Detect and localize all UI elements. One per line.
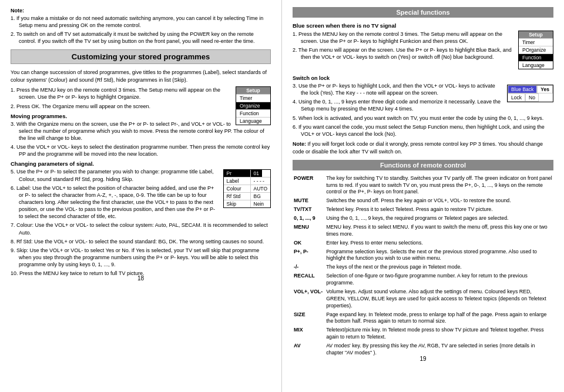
setup-item-function: Function — [519, 53, 553, 61]
right-note-section: Note: If you will forget lock code or di… — [293, 140, 553, 155]
customizing-header: Customizing your stored programmes — [11, 49, 271, 64]
prog-label-label: Label — [224, 177, 250, 185]
blueback-cell-no: No — [525, 93, 539, 102]
blueback-cell-lock: Lock — [508, 93, 525, 102]
function-desc: AV modes' key. By pressing this key the … — [325, 342, 553, 358]
moving-item-3: 3. With the Organize menu on the screen,… — [11, 120, 271, 142]
organize-item-function: Function — [236, 109, 270, 117]
function-desc: Enter key. Press to enter menu selection… — [325, 239, 553, 247]
setup-box: Setup Timer POrganize Function Language — [518, 31, 553, 69]
blueback-cell-blueback: Blue Back — [508, 85, 537, 93]
page-num-left: 18 — [137, 275, 144, 282]
function-key: RECALL — [293, 272, 325, 288]
right-note-label: Note: — [293, 141, 306, 147]
organize-item-timer: Timer — [236, 94, 270, 102]
function-key: OK — [293, 239, 325, 247]
prog-pr-val: 01 — [250, 170, 262, 177]
function-key: SIZE — [293, 310, 325, 326]
right-note-text: If you will forget lock code or dial it … — [293, 141, 543, 155]
function-key: VOL+, VOL- — [293, 287, 325, 310]
list-item-1: 1. Press the MENU key on the remote cont… — [11, 86, 271, 100]
switch-on-lock-label: Switch on lock — [293, 75, 553, 81]
prog-skip-val: Nein — [250, 200, 267, 207]
function-desc: Programme selection keys. Selects the ne… — [325, 247, 553, 263]
function-row: SIZEPage expand key. In Teletext mode, p… — [293, 310, 553, 326]
page-num-right: 19 — [419, 356, 426, 362]
function-desc: Page expand key. In Teletext mode, press… — [325, 310, 553, 326]
setup-item-porganize: POrganize — [519, 46, 553, 53]
function-key: MENU — [293, 223, 325, 239]
lock-item-5: 5. When lock is activated, and you want … — [293, 115, 553, 122]
organize-box: Setup Timer Organize Function Language — [236, 86, 271, 125]
blue-screen-list: 1. Press the MENU key on the remote cont… — [293, 31, 553, 61]
prog-label-val: - - - - — [250, 177, 267, 185]
function-key: TV/TXT — [293, 206, 325, 215]
list-item-2: 2. Press OK. The Organize menu will appe… — [11, 103, 271, 110]
function-key: AV — [293, 342, 325, 358]
organize-item-language: Language — [236, 117, 270, 125]
organize-item-organize: Organize — [236, 102, 270, 109]
switch-on-lock-section: Blue Back Yes Lock No 3. Use the P+ or P… — [293, 82, 553, 140]
function-key: MIX — [293, 326, 325, 342]
changing-label: Changing parameters of signal. — [11, 160, 271, 167]
blue-screen-section: Blue screen when there is no TV signal S… — [293, 22, 553, 72]
blueback-box: Blue Back Yes Lock No — [507, 85, 553, 102]
special-functions-header: Special functions — [293, 7, 553, 18]
changing-item-9: 9. Skip: Use the VOL+ or VOL- to select … — [11, 247, 271, 268]
function-key: -/- — [293, 263, 325, 272]
function-desc: MENU key. Press it to select MENU. If yo… — [325, 223, 553, 239]
function-desc: Switches the sound off. Press the key ag… — [325, 197, 553, 206]
functions-header: Functions of remote control — [293, 160, 553, 170]
prog-skip-label: Skip — [224, 200, 250, 207]
function-row: -/-The keys of the next or the previous … — [293, 263, 553, 272]
setup-box-header: Setup — [519, 31, 553, 38]
function-row: OKEnter key. Press to enter menu selecti… — [293, 239, 553, 247]
note-item-1: 1. If you make a mistake or do not need … — [11, 15, 271, 29]
blue-screen-item-2: 2. The Fun menu will appear on the scree… — [293, 46, 553, 61]
prog-colour-val: AUTO — [250, 185, 270, 192]
function-desc: Volume keys. Adjust sound volume. Also a… — [325, 287, 553, 310]
function-row: MENUMENU key. Press it to select MENU. I… — [293, 223, 553, 239]
function-key: P+, P- — [293, 247, 325, 263]
prog-params-box: Pr 01 Label - - - - Colour AUTO Rf Std B… — [223, 169, 271, 208]
blue-screen-title: Blue screen when there is no TV signal — [293, 22, 553, 29]
prog-rfstd-val: BG — [250, 193, 264, 200]
setup-item-language: Language — [519, 61, 553, 69]
function-desc: Teletext/picture mix key. In Teletext mo… — [325, 326, 553, 342]
moving-item-4: 4. Use the VOL+ or VOL- keys to select t… — [11, 143, 271, 158]
function-desc: Teletext key. Press it to select Teletex… — [325, 206, 553, 215]
moving-list: 3. With the Organize menu on the screen,… — [11, 120, 271, 158]
function-desc: Selection of one-figure or two-figure pr… — [325, 272, 553, 288]
function-row: AVAV modes' key. By pressing this key th… — [293, 342, 553, 358]
function-row: RECALLSelection of one-figure or two-fig… — [293, 272, 553, 288]
setup-item-timer: Timer — [519, 38, 553, 46]
function-row: TV/TXTTeletext key. Press it to select T… — [293, 206, 553, 215]
blue-screen-item-1: 1. Press the MENU key on the remote cont… — [293, 31, 553, 45]
organize-box-header: Setup — [236, 87, 270, 94]
function-row: P+, P-Programme selection keys. Selects … — [293, 247, 553, 263]
changing-item-8: 8. Rf Std: Use the VOL+ or VOL- to selec… — [11, 238, 271, 245]
prog-colour-label: Colour — [224, 185, 250, 192]
function-desc: The key for switching TV to standby. Swi… — [325, 174, 553, 197]
function-row: MUTESwitches the sound off. Press the ke… — [293, 197, 553, 206]
function-key: POWER — [293, 174, 325, 197]
function-desc: Using the 0, 1, ..., 9 keys, the require… — [325, 215, 553, 223]
changing-item-7: 7. Colour: Use the VOL+ or VOL- to selec… — [11, 222, 271, 236]
prog-rfstd-label: Rf Std — [224, 193, 250, 200]
intro-text: You can change succession of stored prog… — [11, 69, 271, 83]
moving-label: Moving programmes. — [11, 113, 271, 119]
note-label: Note: — [11, 8, 24, 14]
note-item-2: 2. To switch on and off TV set automatic… — [11, 31, 271, 45]
function-key: MUTE — [293, 197, 325, 206]
function-row: POWERThe key for switching TV to standby… — [293, 174, 553, 197]
main-list: 1. Press the MENU key on the remote cont… — [11, 86, 271, 109]
function-key: 0, 1, ..., 9 — [293, 215, 325, 223]
function-desc: The keys of the next or the previous pag… — [325, 263, 553, 272]
function-row: MIXTeletext/picture mix key. In Teletext… — [293, 326, 553, 342]
function-row: 0, 1, ..., 9Using the 0, 1, ..., 9 keys,… — [293, 215, 553, 223]
lock-item-6: 6. If you want cancel the code, you must… — [293, 123, 553, 138]
function-row: VOL+, VOL-Volume keys. Adjust sound volu… — [293, 287, 553, 310]
prog-pr-label: Pr — [224, 170, 250, 177]
blueback-cell-yes: Yes — [537, 85, 553, 93]
functions-table: POWERThe key for switching TV to standby… — [293, 174, 553, 357]
